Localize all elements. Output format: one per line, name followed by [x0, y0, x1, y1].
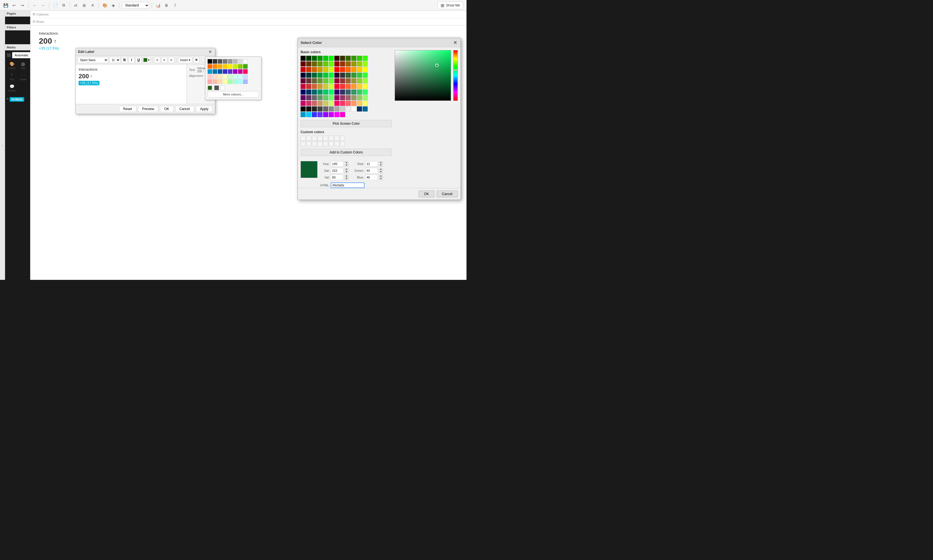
sat-input[interactable] [331, 168, 343, 174]
blue-down[interactable]: ▼ [379, 178, 383, 180]
mini-swatch-p2-6[interactable] [233, 79, 237, 84]
basic-swatch-43[interactable] [340, 72, 345, 78]
custom-swatch-15[interactable] [335, 142, 339, 146]
undo-icon[interactable]: ↩ [11, 2, 17, 9]
marks-type-dropdown[interactable]: ⬛ Automatic ▾ [7, 52, 28, 58]
basic-swatch-109[interactable] [306, 106, 311, 111]
basic-swatch-122[interactable] [312, 112, 317, 117]
custom-swatch-11[interactable] [312, 142, 317, 146]
basic-swatch-108[interactable] [301, 106, 305, 111]
mini-swatch-white[interactable] [243, 59, 248, 64]
select-color-cancel-button[interactable]: Cancel [436, 191, 458, 197]
fit-icon[interactable]: ⊞ [81, 2, 88, 9]
mini-swatch-dark-sel[interactable] [214, 86, 219, 90]
basic-swatch-104[interactable] [345, 101, 351, 106]
val-up[interactable]: ▲ [344, 175, 349, 177]
custom-swatch-1[interactable] [301, 136, 305, 141]
basic-swatch-126[interactable] [335, 112, 339, 117]
basic-swatch-69[interactable] [351, 84, 356, 89]
basic-swatch-101[interactable] [329, 101, 334, 106]
save-icon[interactable]: 💾 [2, 2, 9, 9]
cancel-button[interactable]: Cancel [175, 106, 194, 112]
basic-swatch-33[interactable] [351, 67, 356, 72]
hue-up[interactable]: ▲ [344, 162, 349, 164]
gradient-canvas[interactable]: + [395, 50, 451, 101]
basic-swatch-81[interactable] [351, 89, 356, 95]
sat-spinner[interactable]: ▲ ▼ [344, 168, 349, 174]
mini-swatch-pastel2[interactable] [213, 74, 217, 79]
mini-swatch-pastel1[interactable] [208, 74, 212, 79]
mini-swatch-black[interactable] [208, 59, 212, 64]
hue-spinner[interactable]: ▲ ▼ [344, 162, 349, 167]
basic-swatch-10[interactable] [357, 56, 362, 61]
basic-swatch-42[interactable] [335, 72, 339, 78]
pick-screen-color-button[interactable]: Pick Screen Color [301, 120, 392, 127]
custom-swatch-13[interactable] [323, 142, 328, 146]
basic-swatch-62[interactable] [312, 84, 317, 89]
text-color-picker-button[interactable]: ▾ [143, 57, 150, 63]
basic-swatch-17[interactable] [329, 62, 334, 66]
mini-swatch-mid[interactable] [223, 59, 227, 64]
basic-swatch-112[interactable] [323, 106, 328, 111]
basic-swatch-53[interactable] [329, 78, 334, 83]
basic-swatch-34[interactable] [357, 67, 362, 72]
select-color-close-button[interactable]: ✕ [452, 40, 458, 45]
swap-icon[interactable]: ⇄ [72, 2, 79, 9]
basic-swatch-49[interactable] [306, 78, 311, 83]
green-down[interactable]: ▼ [379, 171, 383, 174]
show-me-button[interactable]: ⊞ Show Me [438, 2, 463, 9]
mini-swatch-pastel5[interactable] [228, 74, 233, 79]
basic-swatch-0[interactable] [301, 56, 305, 61]
basic-swatch-64[interactable] [323, 84, 328, 89]
mini-swatch-pastel8[interactable] [243, 74, 248, 79]
mini-swatch-p2-3[interactable] [218, 79, 222, 84]
basic-swatch-23[interactable] [362, 62, 368, 66]
more-colors-button[interactable]: More colours... [208, 91, 259, 97]
edit-label-close-button[interactable]: ✕ [208, 49, 213, 54]
html-input[interactable] [331, 182, 364, 188]
basic-swatch-94[interactable] [357, 95, 362, 100]
basic-swatch-56[interactable] [345, 78, 351, 83]
basic-swatch-100[interactable] [323, 101, 328, 106]
basic-swatch-45[interactable] [351, 72, 356, 78]
custom-swatch-12[interactable] [318, 142, 322, 146]
basic-swatch-85[interactable] [306, 95, 311, 100]
custom-swatch-2[interactable] [306, 136, 311, 141]
basic-swatch-15[interactable] [318, 62, 322, 66]
back-icon[interactable]: ← [31, 2, 38, 9]
basic-swatch-105[interactable] [351, 101, 356, 106]
mini-swatch-lime2[interactable] [238, 64, 242, 69]
mini-swatch-p2-5[interactable] [228, 79, 233, 84]
mini-swatch-amber1[interactable] [218, 64, 222, 69]
screen-icon[interactable]: 🖥 [163, 2, 170, 9]
custom-swatch-6[interactable] [329, 136, 334, 141]
basic-swatch-7[interactable] [340, 56, 345, 61]
basic-swatch-77[interactable] [329, 89, 334, 95]
basic-swatch-44[interactable] [345, 72, 351, 78]
basic-swatch-114[interactable] [335, 106, 339, 111]
val-input[interactable] [331, 175, 343, 180]
basic-swatch-50[interactable] [312, 78, 317, 83]
basic-swatch-120[interactable] [301, 112, 305, 117]
mini-swatch-white-sel[interactable] [221, 86, 225, 90]
basic-swatch-26[interactable] [312, 67, 317, 72]
basic-swatch-2[interactable] [312, 56, 317, 61]
ok-button[interactable]: OK [160, 106, 173, 112]
basic-swatch-98[interactable] [312, 101, 317, 106]
basic-swatch-32[interactable] [345, 67, 351, 72]
mini-swatch-dark1[interactable] [213, 59, 217, 64]
basic-swatch-127[interactable] [340, 112, 345, 117]
share-icon[interactable]: ⤴ [171, 2, 178, 9]
basic-swatch-36[interactable] [301, 72, 305, 78]
red-down[interactable]: ▼ [379, 164, 383, 167]
basic-swatch-61[interactable] [306, 84, 311, 89]
italic-button[interactable]: I [128, 57, 135, 63]
size-button[interactable]: ⬤ Size [18, 60, 28, 71]
basic-swatch-20[interactable] [345, 62, 351, 66]
basic-swatch-5[interactable] [329, 56, 334, 61]
custom-swatch-8[interactable] [340, 136, 345, 141]
select-color-ok-button[interactable]: OK [419, 191, 434, 197]
basic-swatch-4[interactable] [323, 56, 328, 61]
basic-swatch-96[interactable] [301, 101, 305, 106]
basic-swatch-41[interactable] [329, 72, 334, 78]
